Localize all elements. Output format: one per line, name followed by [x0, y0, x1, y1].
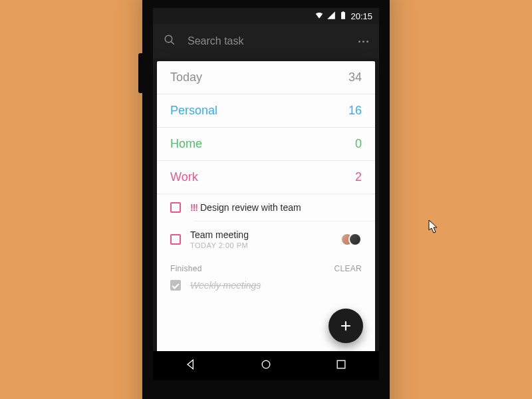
- status-bar: 20:15: [153, 8, 379, 24]
- category-home[interactable]: Home 0: [157, 128, 375, 161]
- battery-icon: [338, 11, 348, 22]
- recent-icon[interactable]: [334, 358, 348, 374]
- app-bar: Search task: [153, 24, 379, 59]
- finished-task-row[interactable]: Weekly meetings: [170, 280, 362, 291]
- category-count: 16: [348, 104, 362, 118]
- category-count: 2: [355, 170, 362, 184]
- android-navbar: [153, 351, 379, 380]
- task-body: !!!Design review with team: [190, 202, 362, 213]
- category-label: Personal: [170, 104, 217, 118]
- phone-frame: 20:15 Search task Today 34 Personal 16 H…: [142, 0, 390, 399]
- status-time: 20:15: [350, 11, 372, 21]
- category-label: Home: [170, 137, 202, 151]
- checkbox-icon[interactable]: [170, 202, 181, 213]
- wifi-icon: [315, 11, 324, 22]
- search-icon[interactable]: [164, 34, 176, 49]
- plus-icon: +: [340, 315, 351, 336]
- task-card: Today 34 Personal 16 Home 0 Work 2 !!!De…: [157, 61, 375, 354]
- search-input[interactable]: Search task: [188, 35, 346, 47]
- category-count: 0: [355, 137, 362, 151]
- finished-section: Finished CLEAR Weekly meetings: [157, 257, 375, 291]
- task-body: Team meeting TODAY 2:00 PM: [190, 229, 336, 249]
- finished-label: Finished: [170, 264, 202, 273]
- category-label: Work: [170, 170, 198, 184]
- assignee-avatars[interactable]: [346, 233, 362, 246]
- screen: 20:15 Search task Today 34 Personal 16 H…: [153, 8, 379, 380]
- category-personal[interactable]: Personal 16: [157, 94, 375, 128]
- category-count: 34: [348, 70, 362, 84]
- home-icon[interactable]: [259, 358, 273, 374]
- mouse-cursor: [428, 219, 439, 234]
- svg-point-2: [262, 360, 270, 368]
- signal-icon: [327, 11, 336, 22]
- priority-marker: !!!: [190, 202, 198, 213]
- add-task-fab[interactable]: +: [329, 309, 363, 343]
- clear-button[interactable]: CLEAR: [334, 264, 362, 273]
- svg-line-1: [171, 41, 174, 45]
- avatar: [348, 233, 362, 246]
- task-title: Team meeting: [190, 229, 336, 240]
- category-work[interactable]: Work 2: [157, 161, 375, 194]
- more-icon[interactable]: [358, 41, 368, 43]
- back-icon[interactable]: [184, 358, 198, 374]
- task-subtitle: TODAY 2:00 PM: [190, 241, 336, 249]
- task-row[interactable]: !!!Design review with team: [157, 194, 375, 221]
- checkbox-icon[interactable]: [170, 234, 181, 245]
- category-label: Today: [170, 70, 202, 84]
- finished-task-title: Weekly meetings: [190, 280, 261, 291]
- svg-point-0: [165, 35, 172, 43]
- task-title: !!!Design review with team: [190, 202, 362, 213]
- task-row[interactable]: Team meeting TODAY 2:00 PM: [193, 221, 375, 257]
- category-today[interactable]: Today 34: [157, 61, 375, 94]
- svg-rect-3: [337, 360, 345, 368]
- checkbox-checked-icon[interactable]: [170, 280, 181, 291]
